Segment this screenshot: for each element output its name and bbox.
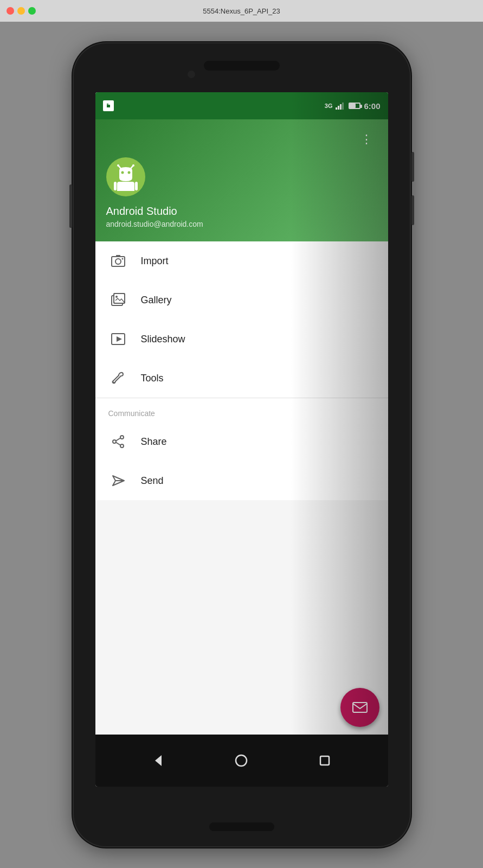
svg-rect-6	[342, 103, 344, 110]
svg-point-38	[236, 755, 247, 766]
fab-button[interactable]	[340, 688, 379, 727]
nav-item-share[interactable]: Share	[95, 422, 388, 461]
drawer-header: ⋮	[95, 119, 388, 241]
send-icon	[108, 471, 128, 490]
share-icon	[108, 432, 128, 451]
android-robot-icon	[112, 163, 140, 191]
top-speaker	[204, 61, 280, 71]
svg-line-33	[116, 443, 120, 445]
toolbar-row: ⋮	[106, 130, 377, 149]
nav-item-tools[interactable]: Tools	[95, 359, 388, 398]
home-icon	[234, 753, 249, 768]
gallery-label: Gallery	[141, 295, 172, 306]
share-label: Share	[141, 436, 167, 448]
import-label: Import	[141, 256, 169, 267]
svg-rect-15	[135, 182, 138, 190]
title-bar: 5554:Nexus_6P_API_23	[0, 0, 483, 22]
nav-item-import[interactable]: Import	[95, 241, 388, 280]
slideshow-label: Slideshow	[141, 334, 185, 345]
svg-rect-39	[320, 756, 329, 765]
minimize-button[interactable]	[17, 7, 25, 15]
window-controls	[7, 7, 36, 15]
camera-icon	[108, 251, 128, 271]
nav-drawer-section: Import Gallery	[95, 241, 388, 500]
svg-rect-3	[336, 107, 337, 110]
communicate-section-header: Communicate	[95, 398, 388, 422]
svg-rect-1	[107, 105, 110, 107]
status-bar: 3G 6:00	[95, 92, 388, 119]
status-bar-left	[103, 100, 114, 111]
svg-point-11	[121, 171, 124, 174]
svg-point-12	[127, 171, 130, 174]
window-frame: 5554:Nexus_6P_API_23	[0, 0, 483, 868]
maximize-button[interactable]	[28, 7, 36, 15]
status-bar-right: 3G 6:00	[325, 101, 381, 111]
svg-point-30	[113, 440, 116, 443]
svg-point-28	[113, 382, 114, 384]
tools-icon	[108, 368, 128, 388]
back-button[interactable]	[151, 753, 166, 768]
window-title: 5554:Nexus_6P_API_23	[203, 7, 280, 15]
sim-icon	[103, 100, 114, 111]
home-button[interactable]	[234, 753, 249, 768]
clock: 6:00	[364, 101, 380, 111]
front-camera	[188, 71, 195, 78]
svg-point-29	[120, 436, 124, 439]
svg-rect-14	[114, 182, 117, 190]
svg-point-10	[132, 164, 134, 167]
app-user-name: Android Studio	[106, 205, 377, 218]
svg-point-31	[120, 444, 124, 448]
bottom-speaker	[209, 822, 274, 831]
recents-button[interactable]	[317, 753, 332, 768]
close-button[interactable]	[7, 7, 14, 15]
svg-line-32	[116, 438, 120, 441]
nav-item-send[interactable]: Send	[95, 461, 388, 500]
gallery-icon	[108, 290, 128, 310]
power-button[interactable]	[69, 184, 72, 228]
screen: 3G 6:00 ⋮	[95, 92, 388, 787]
svg-rect-20	[116, 255, 120, 257]
nav-item-gallery[interactable]: Gallery	[95, 280, 388, 320]
svg-rect-5	[340, 104, 342, 110]
slideshow-icon	[108, 329, 128, 349]
nav-item-slideshow[interactable]: Slideshow	[95, 320, 388, 359]
recents-icon	[317, 753, 332, 768]
volume-down-button[interactable]	[411, 195, 414, 225]
send-label: Send	[141, 475, 164, 487]
svg-marker-27	[117, 336, 122, 342]
back-icon	[151, 753, 166, 768]
signal-indicator: 3G	[325, 103, 333, 109]
email-fab-icon	[352, 699, 368, 716]
volume-up-button[interactable]	[411, 152, 414, 182]
signal-bars-icon	[336, 102, 345, 110]
phone-device: 3G 6:00 ⋮	[74, 43, 410, 846]
svg-point-21	[121, 258, 123, 260]
tools-label: Tools	[141, 373, 164, 384]
svg-rect-23	[114, 293, 125, 303]
svg-marker-37	[155, 755, 162, 766]
svg-point-19	[115, 259, 121, 264]
svg-point-25	[115, 296, 118, 298]
system-nav-bar	[95, 735, 388, 787]
battery-icon	[349, 103, 360, 109]
svg-rect-2	[107, 104, 108, 105]
svg-point-8	[117, 164, 119, 167]
svg-rect-13	[117, 182, 134, 191]
app-user-email: android.studio@android.com	[106, 220, 377, 228]
svg-rect-4	[338, 106, 339, 110]
svg-rect-36	[353, 703, 367, 712]
app-logo	[106, 157, 145, 196]
overflow-menu-button[interactable]: ⋮	[356, 130, 377, 149]
